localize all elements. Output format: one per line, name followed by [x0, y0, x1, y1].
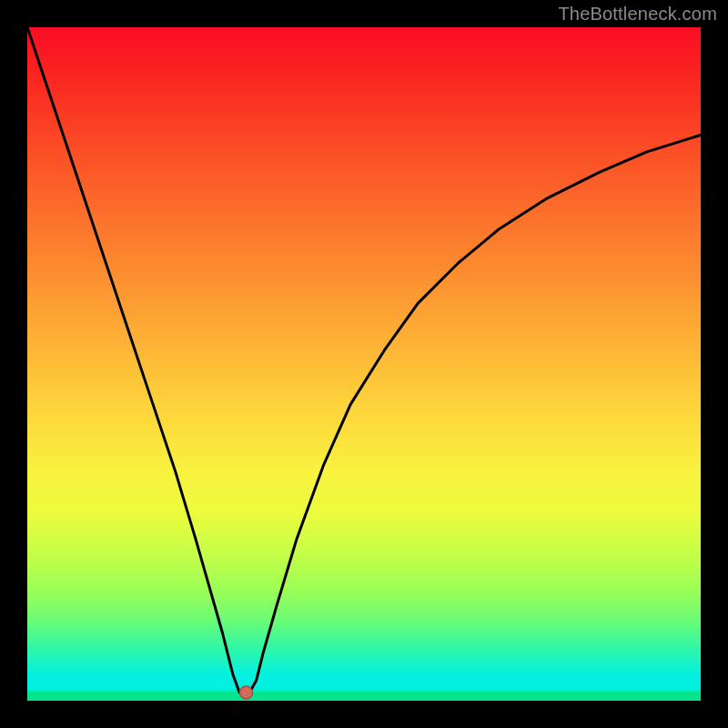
plot-area	[27, 27, 701, 701]
watermark-text: TheBottleneck.com	[558, 4, 717, 25]
baseline-strip	[27, 692, 701, 701]
bottleneck-curve	[27, 27, 701, 693]
curve-svg	[27, 27, 701, 701]
chart-frame: TheBottleneck.com	[0, 0, 728, 728]
